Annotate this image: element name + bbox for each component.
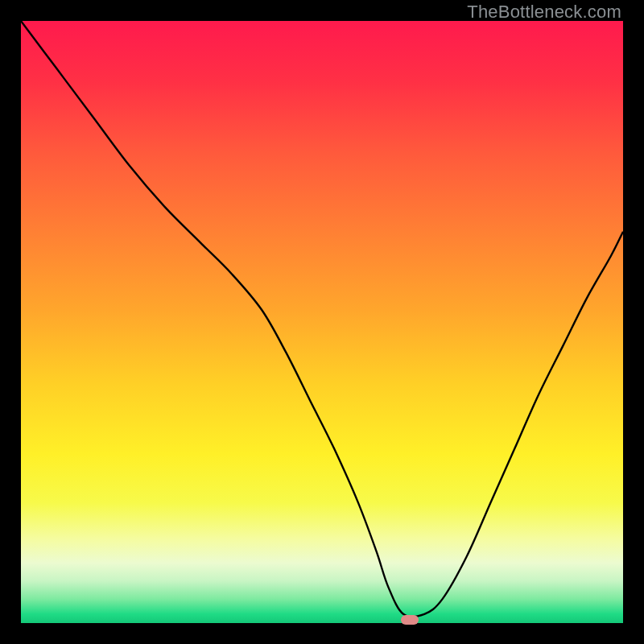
- bottleneck-curve: [21, 21, 623, 623]
- optimal-marker: [401, 615, 419, 625]
- chart-frame: TheBottleneck.com: [0, 0, 644, 644]
- watermark-text: TheBottleneck.com: [467, 2, 621, 23]
- plot-area: [21, 21, 623, 623]
